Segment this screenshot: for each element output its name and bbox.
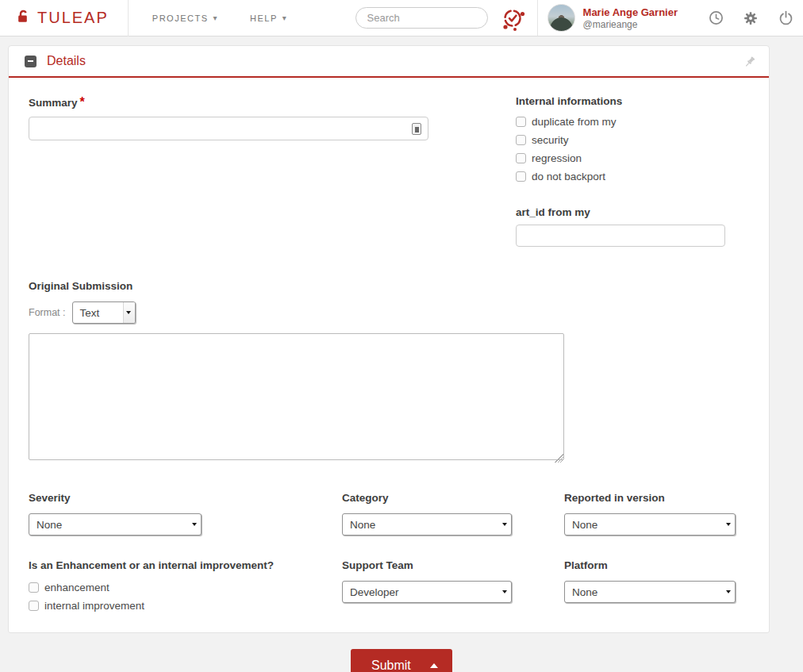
category-label: Category [342,492,389,504]
checkbox-label: enhancement [44,582,110,593]
checkbox-row-internal-improvement[interactable]: internal improvement [29,597,342,615]
support-team-select[interactable]: Developer [342,581,512,603]
select-caret-icon [126,311,131,314]
original-submission-textarea[interactable] [29,333,564,460]
internal-informations-label: Internal informations [516,95,749,107]
select-caret-icon [192,523,197,526]
autofill-contact-icon[interactable] [412,123,421,135]
nav-divider [128,0,129,36]
tuleap-round-logo-icon[interactable] [499,5,526,32]
select-caret-icon [726,590,731,593]
submit-bar: Submit [0,649,803,672]
search-wrap [355,7,488,29]
gear-settings-icon[interactable] [733,11,768,25]
row-summary-internal: Summary* Internal informations duplicate… [29,95,749,247]
chevron-down-icon: ▾ [282,13,288,22]
select-caret-icon [502,590,507,593]
chevron-down-icon: ▾ [213,13,219,22]
reported-in-version-select-value: None [572,519,597,531]
summary-label: Summary [29,97,78,109]
severity-select[interactable]: None [29,513,202,536]
original-submission-group: Original Submission Format : Text [29,278,749,463]
category-select-value: None [350,519,375,531]
select-caret-icon [726,523,731,526]
details-form: Summary* Internal informations duplicate… [9,78,769,632]
security-checkbox[interactable] [516,135,526,145]
submit-button[interactable]: Submit [351,649,452,672]
enhancement-checkbox[interactable] [29,582,39,593]
checkbox-label: internal improvement [44,600,144,612]
open-lock-icon [16,9,31,27]
category-select[interactable]: None [342,513,512,536]
enhancement-options: enhancement internal improvement [29,578,342,615]
user-display-name: Marie Ange Garnier [583,6,678,19]
summary-input-wrap [29,117,428,140]
brand-home-link[interactable]: TULEAP [0,0,128,36]
duplicate-checkbox[interactable] [516,117,526,127]
enhancement-question-label: Is an Enhancement or an internal improve… [29,559,274,571]
category-field-group: Category None [342,490,564,536]
row-severity-category-version: Severity None Category None Reported in … [29,490,749,536]
checkbox-label: security [532,134,569,146]
projects-menu-label: PROJECTS [152,13,209,23]
reported-in-version-label: Reported in version [564,492,665,504]
collapse-minus-icon[interactable] [25,56,36,67]
search-input[interactable] [355,7,488,29]
checkbox-row-duplicate[interactable]: duplicate from my [516,113,749,131]
resize-grip-icon[interactable] [555,454,563,463]
history-clock-icon[interactable] [698,10,733,25]
checkbox-label: regression [532,152,582,164]
format-select[interactable]: Text [72,301,136,324]
checkbox-row-security[interactable]: security [516,131,749,149]
details-panel-header: Details [9,46,769,78]
submit-dropdown-caret-icon[interactable] [430,663,438,668]
projects-menu[interactable]: PROJECTS ▾ [144,0,226,36]
platform-select-value: None [572,586,597,598]
select-caret-icon [502,523,507,526]
panel-title: Details [47,54,86,68]
original-submission-textarea-wrap [29,333,564,463]
art-id-input[interactable] [516,225,725,247]
reported-in-version-select[interactable]: None [564,513,736,536]
severity-field-group: Severity None [29,490,342,536]
original-submission-label: Original Submission [29,280,133,292]
platform-label: Platform [564,559,608,571]
user-names[interactable]: Marie Ange Garnier @marieange [583,6,678,30]
user-zone: Marie Ange Garnier @marieange [537,0,698,36]
severity-label: Severity [29,492,71,504]
pushpin-icon[interactable] [743,56,756,72]
brand-name: TULEAP [37,9,109,27]
reported-in-version-field-group: Reported in version None [564,490,749,536]
required-asterisk: * [80,95,85,109]
summary-input[interactable] [29,117,428,140]
submit-button-label: Submit [371,659,411,672]
enhancement-question-group: Is an Enhancement or an internal improve… [29,558,342,615]
art-id-label: art_id from my [516,206,749,218]
row-enhancement-support-platform: Is an Enhancement or an internal improve… [29,558,749,615]
user-avatar[interactable] [548,4,575,32]
user-handle: @marieange [583,19,678,30]
help-menu-label: HELP [250,13,278,23]
top-navbar: TULEAP PROJECTS ▾ HELP ▾ Marie Ange Garn… [0,0,803,36]
do-not-backport-checkbox[interactable] [516,171,526,182]
checkbox-row-enhancement[interactable]: enhancement [29,578,342,597]
help-menu[interactable]: HELP ▾ [242,0,295,36]
support-team-label: Support Team [342,559,413,571]
power-logout-icon[interactable] [768,10,803,25]
details-panel: Details Summary* Int [8,45,770,633]
support-team-select-value: Developer [350,586,399,598]
summary-field-group: Summary* [29,95,516,247]
checkbox-label: duplicate from my [532,116,617,128]
severity-select-value: None [36,519,62,531]
support-team-field-group: Support Team Developer [342,558,564,615]
internal-improvement-checkbox[interactable] [29,601,39,611]
format-label: Format : [29,307,66,318]
platform-field-group: Platform None [564,558,749,615]
format-select-value: Text [80,307,100,319]
platform-select[interactable]: None [564,581,736,603]
regression-checkbox[interactable] [516,153,526,163]
checkbox-label: do not backport [532,171,605,182]
checkbox-row-regression[interactable]: regression [516,149,749,167]
checkbox-row-do-not-backport[interactable]: do not backport [516,167,749,186]
format-row: Format : Text [29,301,749,324]
